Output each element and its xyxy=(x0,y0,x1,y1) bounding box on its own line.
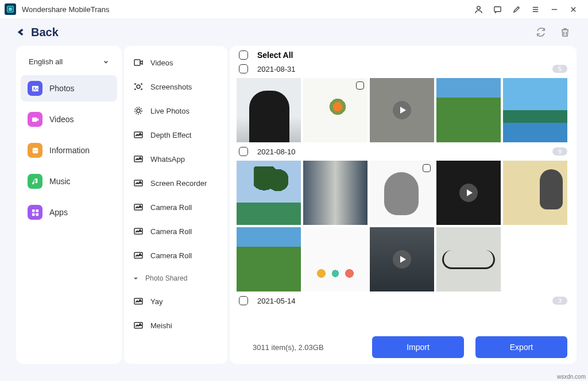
back-label: Back xyxy=(31,26,59,39)
svg-point-8 xyxy=(34,150,36,151)
svg-point-5 xyxy=(33,87,35,89)
select-all-label: Select All xyxy=(257,50,293,60)
sub-camera-roll-3[interactable]: Camera Roll xyxy=(124,243,227,267)
title-bar: Wondershare MobileTrans xyxy=(0,0,588,18)
svg-point-9 xyxy=(33,150,34,151)
thumb-checkbox[interactable] xyxy=(356,81,364,90)
group-header: 2021-08-10 9 xyxy=(235,143,571,160)
sub-camera-roll-2[interactable]: Camera Roll xyxy=(124,219,227,243)
app-logo xyxy=(5,3,16,15)
photo-thumbnail[interactable] xyxy=(237,227,301,291)
import-button[interactable]: Import xyxy=(372,336,464,358)
svg-rect-1 xyxy=(9,7,12,11)
cat-videos[interactable]: Videos xyxy=(21,106,117,133)
content-footer: 3011 item(s), 2.03GB Import Export xyxy=(235,332,571,358)
group-date: 2021-05-14 xyxy=(257,297,296,305)
svg-rect-6 xyxy=(32,117,36,122)
sub-videos[interactable]: Videos xyxy=(124,50,227,75)
svg-point-17 xyxy=(137,109,140,112)
language-label: English all xyxy=(29,57,63,66)
cat-photos[interactable]: Photos xyxy=(21,75,117,102)
group-header: 2021-05-14 3 xyxy=(235,293,571,309)
group-header: 2021-08-31 5 xyxy=(235,61,571,77)
delete-icon[interactable] xyxy=(559,26,571,38)
group-checkbox[interactable] xyxy=(239,147,248,156)
back-button[interactable]: Back xyxy=(17,26,59,39)
group-count-badge: 3 xyxy=(552,297,567,305)
information-icon xyxy=(28,143,42,158)
cat-label: Apps xyxy=(49,208,68,217)
svg-point-16 xyxy=(137,85,140,88)
svg-rect-14 xyxy=(36,213,38,216)
page-header: Back xyxy=(0,18,588,46)
sub-depth-effect[interactable]: Depth Effect xyxy=(124,123,227,147)
album-panel: Videos Screenshots Live Photos Depth Eff… xyxy=(124,46,227,364)
svg-rect-3 xyxy=(494,6,501,11)
sub-photo-shared-header[interactable]: Photo Shared xyxy=(124,267,227,289)
svg-point-18 xyxy=(135,107,142,114)
svg-rect-11 xyxy=(32,209,34,212)
thumbnail-grid xyxy=(235,160,571,293)
watermark: wsxdn.com xyxy=(557,374,586,380)
cat-label: Photos xyxy=(49,84,75,93)
cat-apps[interactable]: Apps xyxy=(21,199,117,226)
refresh-icon[interactable] xyxy=(535,26,547,38)
svg-point-2 xyxy=(477,6,481,9)
main-area: English all Photos Videos Information Mu… xyxy=(0,46,588,373)
app-title: Wondershare MobileTrans xyxy=(22,5,109,14)
apps-icon xyxy=(28,205,42,220)
feedback-icon[interactable] xyxy=(493,5,502,14)
account-icon[interactable] xyxy=(474,5,483,14)
language-selector[interactable]: English all xyxy=(21,53,117,71)
sub-whatsapp[interactable]: WhatsApp xyxy=(124,147,227,171)
video-thumbnail[interactable] xyxy=(436,161,501,225)
sub-screenshots[interactable]: Screenshots xyxy=(124,75,227,99)
thumb-checkbox[interactable] xyxy=(423,164,431,172)
group-checkbox[interactable] xyxy=(239,296,248,305)
svg-rect-13 xyxy=(32,213,34,216)
video-thumbnail[interactable] xyxy=(370,78,434,142)
menu-icon[interactable] xyxy=(531,5,540,14)
svg-rect-15 xyxy=(134,60,140,65)
group-checkbox[interactable] xyxy=(239,64,248,73)
photo-thumbnail[interactable] xyxy=(303,227,368,291)
photo-thumbnail[interactable] xyxy=(237,161,301,225)
photo-thumbnail[interactable] xyxy=(237,78,301,142)
select-all-row: Select All xyxy=(235,49,571,61)
edit-icon[interactable] xyxy=(512,5,521,14)
content-panel: Select All 2021-08-31 5 2021-08-10 9 xyxy=(230,46,577,364)
play-icon xyxy=(393,250,411,269)
group-count-badge: 5 xyxy=(552,65,567,73)
sub-live-photos[interactable]: Live Photos xyxy=(124,99,227,123)
group-date: 2021-08-10 xyxy=(257,147,296,156)
minimize-icon[interactable] xyxy=(550,5,559,14)
svg-point-10 xyxy=(36,150,37,151)
close-icon[interactable] xyxy=(569,5,578,14)
svg-rect-12 xyxy=(36,209,38,212)
play-icon xyxy=(459,184,478,202)
photo-thumbnail[interactable] xyxy=(436,78,501,142)
sub-yay[interactable]: Yay xyxy=(124,289,227,313)
photo-thumbnail[interactable] xyxy=(436,227,501,291)
photo-thumbnail[interactable] xyxy=(503,78,567,142)
photo-thumbnail[interactable] xyxy=(303,161,368,225)
select-all-checkbox[interactable] xyxy=(239,50,248,60)
cat-music[interactable]: Music xyxy=(21,168,117,195)
cat-information[interactable]: Information xyxy=(21,137,117,164)
sub-camera-roll-1[interactable]: Camera Roll xyxy=(124,195,227,219)
cat-label: Music xyxy=(49,177,71,186)
play-icon xyxy=(393,101,411,119)
music-icon xyxy=(28,174,42,189)
photo-thumbnail[interactable] xyxy=(370,161,434,225)
photo-thumbnail[interactable] xyxy=(303,78,368,142)
sub-meishi[interactable]: Meishi xyxy=(124,313,227,337)
sub-screen-recorder[interactable]: Screen Recorder xyxy=(124,171,227,195)
videos-icon xyxy=(28,112,42,127)
photos-icon xyxy=(28,81,42,96)
export-button[interactable]: Export xyxy=(475,336,567,358)
group-count-badge: 9 xyxy=(552,147,567,155)
thumbnail-grid xyxy=(235,77,571,143)
group-date: 2021-08-31 xyxy=(257,65,296,73)
photo-thumbnail[interactable] xyxy=(503,161,567,225)
video-thumbnail[interactable] xyxy=(370,227,434,291)
